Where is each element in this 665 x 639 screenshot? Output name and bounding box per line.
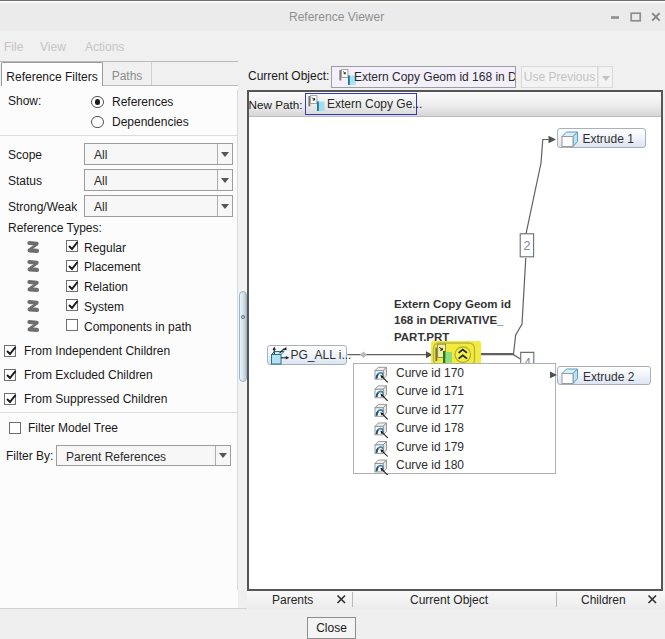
svg-text:2: 2 [523, 239, 530, 253]
